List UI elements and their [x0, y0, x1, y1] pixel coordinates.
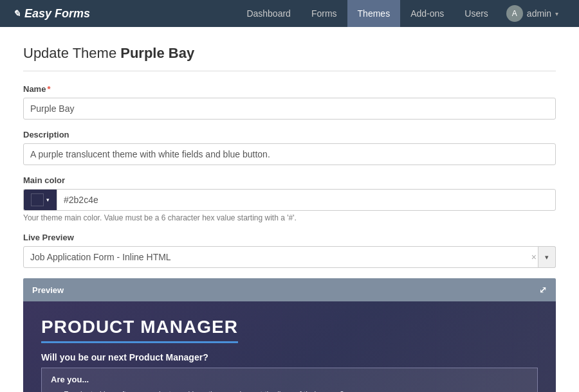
nav-dashboard[interactable]: Dashboard: [236, 0, 301, 27]
preview-form-title: PRODUCT MANAGER: [41, 317, 238, 343]
user-label: admin: [527, 8, 551, 19]
nav-forms[interactable]: Forms: [301, 0, 347, 27]
chevron-down-icon: ▾: [555, 10, 558, 17]
preview-content: PRODUCT MANAGER Will you be our next Pro…: [23, 301, 556, 392]
name-input[interactable]: [23, 98, 556, 120]
live-preview-select-wrapper: Job Application Form - Inline HTML × ▾: [23, 246, 556, 268]
edit-icon: ✎: [13, 8, 21, 19]
brand-name: Easy Forms: [24, 7, 90, 21]
preview-box: Are you... Fascinated by software produc…: [41, 368, 538, 392]
description-label: Description: [23, 130, 556, 139]
nav-users[interactable]: Users: [454, 0, 499, 27]
nav-addons[interactable]: Add-ons: [400, 0, 454, 27]
main-color-label: Main color: [23, 175, 556, 185]
live-preview-select[interactable]: Job Application Form - Inline HTML: [23, 246, 556, 268]
navbar: ✎ Easy Forms Dashboard Forms Themes Add-…: [0, 0, 579, 27]
list-item: Fascinated by software products and how …: [64, 388, 528, 392]
live-preview-label: Live Preview: [23, 233, 556, 242]
select-arrow-icon[interactable]: ▾: [538, 246, 556, 268]
main-content: Update Theme Purple Bay Name* Descriptio…: [0, 27, 579, 392]
color-hint: Your theme main color. Value must be a 6…: [23, 213, 556, 222]
expand-icon[interactable]: ⤢: [539, 285, 547, 295]
main-color-field-group: Main color ▾ Your theme main color. Valu…: [23, 175, 556, 222]
required-indicator: *: [47, 84, 50, 94]
preview-subtitle: Will you be our next Product Manager?: [41, 352, 538, 362]
preview-header-label: Preview: [32, 285, 64, 295]
avatar: A: [506, 5, 523, 22]
live-preview-field-group: Live Preview Job Application Form - Inli…: [23, 233, 556, 268]
description-input[interactable]: [23, 143, 556, 165]
preview-box-label: Are you...: [51, 375, 528, 384]
select-clear-button[interactable]: ×: [531, 252, 537, 262]
color-swatch-chevron-icon: ▾: [46, 197, 50, 203]
color-swatch: [31, 193, 44, 206]
name-label: Name*: [23, 84, 556, 94]
nav-links: Dashboard Forms Themes Add-ons Users: [236, 0, 498, 27]
color-swatch-button[interactable]: ▾: [23, 189, 57, 211]
user-menu[interactable]: A admin ▾: [499, 5, 566, 22]
description-field-group: Description: [23, 130, 556, 165]
app-brand[interactable]: ✎ Easy Forms: [13, 7, 90, 21]
color-input-row: ▾: [23, 189, 556, 211]
name-field-group: Name*: [23, 84, 556, 120]
nav-themes[interactable]: Themes: [347, 0, 401, 27]
preview-header: Preview ⤢: [23, 278, 556, 301]
preview-inner: PRODUCT MANAGER Will you be our next Pro…: [41, 317, 538, 392]
preview-list: Fascinated by software products and how …: [51, 388, 528, 392]
color-hex-input[interactable]: [57, 189, 556, 211]
page-title: Update Theme Purple Bay: [23, 45, 556, 71]
